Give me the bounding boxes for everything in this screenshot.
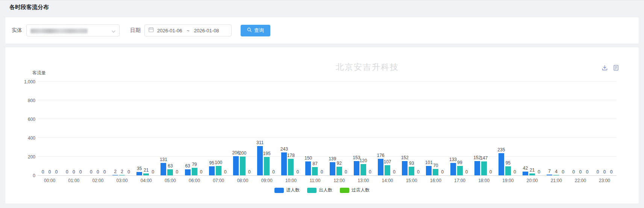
bars: 1521470 [472,155,496,175]
bar-进人数[interactable] [330,162,335,175]
bar-value-label: 0 [393,170,395,175]
bar-group-23:00: 00023:00 [592,82,617,175]
bar-进人数[interactable] [112,175,118,175]
bar-slot: 4 [553,169,559,175]
bar-进人数[interactable] [185,169,191,175]
bar-出人数[interactable] [481,161,487,175]
bar-进人数[interactable] [161,163,166,175]
bar-出人数[interactable] [240,157,245,175]
date-end-value[interactable]: 2026-01-08 [194,28,219,33]
query-button-label: 查询 [254,27,264,34]
bar-slot: 176 [378,153,383,175]
bar-value-label: 0 [48,170,51,175]
bar-slot: 150 [305,156,311,176]
bar-slot: 200 [240,151,245,175]
bar-slot: 0 [439,170,445,175]
bar-进人数[interactable] [233,156,239,176]
bars: 000 [38,170,62,175]
bar-出人数[interactable] [143,173,149,175]
bar-出人数[interactable] [409,167,414,175]
bar-进人数[interactable] [474,161,480,175]
bar-group-01:00: 00001:00 [62,82,86,175]
bar-出人数[interactable] [336,167,342,175]
bar-value-label: 35 [137,166,142,171]
bars: 133990 [448,157,472,175]
bar-出人数[interactable] [433,169,438,176]
bar-slot: 63 [185,164,191,175]
bar-进人数[interactable] [523,172,528,176]
download-icon[interactable] [602,65,608,72]
bars: 740 [544,169,568,175]
bar-slot: 0 [602,170,608,175]
bar-出人数[interactable] [505,166,511,175]
bars: 951000 [206,160,230,175]
bar-出人数[interactable] [192,168,197,175]
bar-slot: 0 [64,170,70,175]
bars: 139920 [327,157,351,175]
bar-出人数[interactable] [288,159,294,176]
bar-slot: 0 [78,170,83,175]
bar-出人数[interactable] [553,175,559,175]
bars: 220 [110,169,134,175]
bar-slot: 153 [354,155,359,175]
bar-value-label: 70 [433,163,438,168]
data-view-icon[interactable] [613,65,619,72]
bar-进人数[interactable] [450,163,456,175]
y-axis-tick-label: 800 [7,98,35,103]
date-start-value[interactable]: 2026-01-06 [157,28,182,33]
bar-group-14:00: 176107014:00 [375,82,399,175]
bar-value-label: 0 [127,170,130,175]
bar-进人数[interactable] [281,152,287,175]
bar-出人数[interactable] [361,164,366,175]
bar-出人数[interactable] [385,165,390,175]
legend-swatch [340,188,349,193]
bar-进人数[interactable] [257,146,263,175]
bars: 131630 [158,157,182,175]
bar-出人数[interactable] [216,166,221,175]
legend-item-进人数[interactable]: 进人数 [274,187,300,193]
x-axis-tick-label: 10:00 [279,178,303,183]
bar-value-label: 107 [383,160,391,164]
x-axis-tick-label: 12:00 [327,178,351,183]
entity-select[interactable] [26,24,120,36]
bar-进人数[interactable] [136,172,142,175]
bar-slot: 0 [536,170,542,175]
bar-slot: 0 [571,170,576,175]
bar-slot: 107 [385,160,390,175]
bar-进人数[interactable] [547,175,552,175]
bar-slot: 0 [609,170,614,175]
bar-slot: 35 [136,166,142,175]
bar-进人数[interactable] [402,161,408,175]
y-axis-title: 客流量 [32,70,46,76]
bar-进人数[interactable] [499,153,504,175]
x-axis-tick-label: 22:00 [568,178,592,183]
date-range-picker[interactable]: 2026-01-06 ~ 2026-01-08 [144,24,232,36]
bar-slot: 0 [95,170,101,175]
bar-group-18:00: 152147018:00 [472,82,496,175]
bar-出人数[interactable] [457,166,463,175]
bar-出人数[interactable] [167,169,173,175]
bar-value-label: 0 [465,170,468,175]
bar-value-label: 176 [377,153,384,158]
query-button[interactable]: 查询 [241,25,270,36]
bar-value-label: 147 [480,156,488,161]
legend-item-出人数[interactable]: 出人数 [307,187,332,193]
bar-进人数[interactable] [426,166,432,175]
bar-进人数[interactable] [209,166,215,175]
bar-出人数[interactable] [119,175,125,175]
legend-swatch [307,188,317,193]
bar-进人数[interactable] [305,161,311,176]
x-axis-tick-label: 05:00 [158,178,182,183]
bar-value-label: 0 [597,170,599,175]
legend-item-过店人数[interactable]: 过店人数 [340,187,370,193]
bar-slot: 0 [577,170,583,175]
bar-出人数[interactable] [529,173,535,175]
x-axis-tick-label: 21:00 [544,178,568,183]
x-axis-tick-label: 04:00 [134,178,158,183]
bar-value-label: 0 [603,170,606,175]
bar-group-05:00: 13163005:00 [158,82,182,175]
bar-出人数[interactable] [312,167,318,175]
bar-进人数[interactable] [378,159,383,175]
bar-出人数[interactable] [264,157,270,175]
bar-进人数[interactable] [354,161,359,175]
